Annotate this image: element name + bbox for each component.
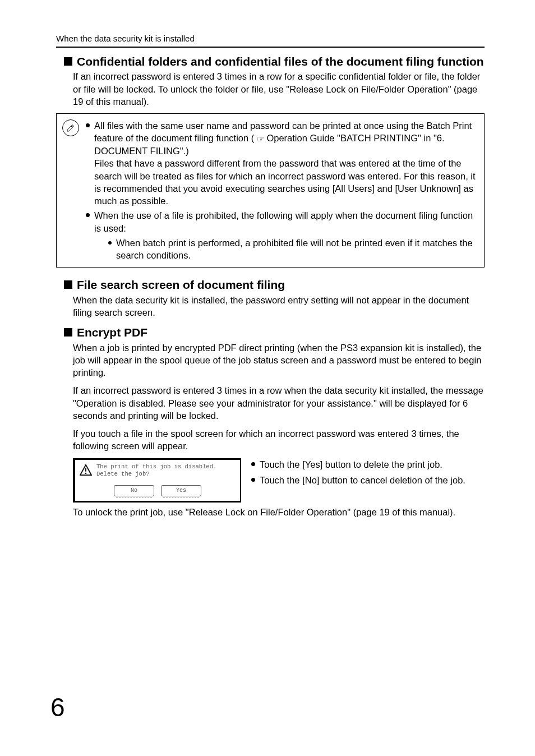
instruction-yes: Touch the [Yes] button to delete the pri… [251,458,485,471]
square-bullet-icon [64,57,72,66]
note-bullet-1: All files with the same user name and pa… [86,119,476,207]
pencil-icon [62,119,79,136]
note-content: All files with the same user name and pa… [86,119,476,261]
encrypt-pdf-para2: If an incorrect password is entered 3 ti… [73,384,485,422]
section-encrypt-pdf-title: Encrypt PDF [77,325,147,340]
section-confidential-heading: Confidential folders and confidential fi… [56,54,485,69]
dialog-yes-button[interactable]: Yes [161,485,201,496]
bullet-dot-icon [251,462,255,466]
sub-bullet-dot-icon [108,241,112,245]
section-file-search-title: File search screen of document filing [77,278,285,292]
section-file-search-body: When the data security kit is installed,… [73,294,485,319]
note-sub-bullet-text: When batch print is performed, a prohibi… [116,237,476,262]
encrypt-pdf-para3: If you touch a file in the spool screen … [73,427,485,453]
bullet-dot-icon [251,478,255,482]
instruction-no: Touch the [No] button to cancel deletion… [251,474,485,486]
dialog-instructions: Touch the [Yes] button to delete the pri… [251,458,485,490]
section-confidential-title: Confidential folders and confidential fi… [77,54,484,69]
warning-icon [80,464,92,476]
dialog-no-button[interactable]: No [114,485,154,496]
note-box: All files with the same user name and pa… [56,113,485,268]
dialog-line1: The print of this job is disabled. [96,463,216,471]
section-encrypt-pdf-heading: Encrypt PDF [56,325,485,340]
dialog-box: The print of this job is disabled. Delet… [73,458,241,503]
svg-point-1 [85,472,86,473]
dialog-line2: Delete the job? [96,471,216,478]
section-file-search-heading: File search screen of document filing [56,278,485,292]
dialog-message: The print of this job is disabled. Delet… [96,463,216,478]
instruction-no-text: Touch the [No] button to cancel deletion… [260,474,465,486]
note-sub-bullet: When batch print is performed, a prohibi… [108,237,476,262]
section-confidential-body: If an incorrect password is entered 3 ti… [73,70,485,108]
instruction-yes-text: Touch the [Yes] button to delete the pri… [260,458,442,471]
header-rule [56,47,485,48]
note-bullet-2-text: When the use of a file is prohibited, th… [94,209,476,234]
running-header: When the data security kit is installed [56,34,485,43]
page-number: 6 [50,692,65,722]
note-bullet-2: When the use of a file is prohibited, th… [86,209,476,234]
unlock-instruction: To unlock the print job, use "Release Lo… [73,506,485,518]
pointing-hand-icon: ☞ [257,134,264,144]
square-bullet-icon [64,280,72,289]
square-bullet-icon [64,328,72,336]
bullet-dot-icon [86,213,90,217]
encrypt-pdf-para1: When a job is printed by encrypted PDF d… [73,342,485,379]
bullet-dot-icon [86,123,90,127]
note-bullet-1-para2: Files that have a password different fro… [94,157,476,207]
